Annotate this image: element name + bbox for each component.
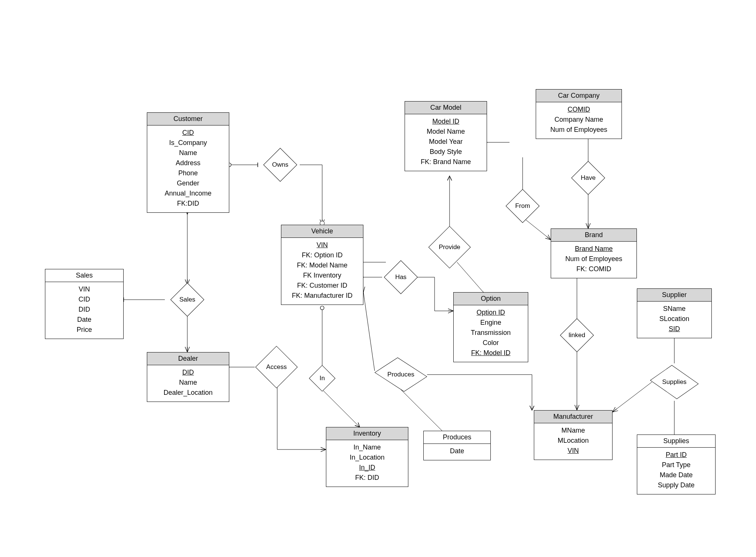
- attribute-row: Date: [47, 315, 122, 325]
- attribute-row: MLocation: [536, 436, 611, 446]
- entity-supplier[interactable]: Supplier SNameSLocationSID: [637, 288, 712, 338]
- entity-option[interactable]: Option Option IDEngineTransmissionColorF…: [453, 292, 528, 362]
- entity-manufacturer[interactable]: Manufacturer MNameMLocationVIN: [534, 410, 613, 460]
- svg-line-17: [523, 217, 551, 240]
- attribute-row: COMID: [538, 105, 620, 115]
- entity-title: Car Model: [405, 102, 487, 114]
- entity-body: DIDNameDealer_Location: [147, 365, 229, 402]
- entity-title: Inventory: [326, 427, 408, 440]
- rel-linked[interactable]: linked: [554, 324, 599, 346]
- rel-from[interactable]: From: [500, 195, 545, 217]
- entity-vehicle[interactable]: Vehicle VINFK: Option IDFK: Model NameFK…: [281, 225, 363, 305]
- entity-customer[interactable]: Customer CIDIs_CompanyNameAddressPhoneGe…: [147, 112, 229, 213]
- attribute-row: FK: Manufacturer ID: [283, 291, 362, 301]
- attribute-row: Made Date: [639, 470, 714, 480]
- entity-body: SNameSLocationSID: [637, 302, 711, 338]
- entity-title: Brand: [551, 229, 636, 242]
- attribute-row: Engine: [455, 318, 526, 328]
- entity-body: VINFK: Option IDFK: Model NameFK Invento…: [281, 238, 363, 305]
- entity-inventory[interactable]: Inventory In_NameIn_LocationIn_IDFK: DID: [326, 427, 408, 487]
- attribute-row: FK: Customer ID: [283, 281, 362, 291]
- entity-body: Date: [424, 444, 490, 460]
- attribute-row: FK: Model Name: [283, 260, 362, 270]
- attribute-row: FK: Brand Name: [406, 157, 485, 167]
- attribute-row: In_Name: [328, 442, 406, 452]
- rel-provide[interactable]: Provide: [427, 236, 472, 258]
- attribute-row: SID: [639, 324, 710, 334]
- entity-title: Vehicle: [281, 225, 363, 238]
- attribute-row: SName: [639, 304, 710, 314]
- attribute-row: Part ID: [639, 450, 714, 460]
- attribute-row: DID: [149, 367, 227, 378]
- attribute-row: Price: [47, 325, 122, 335]
- entity-car-company[interactable]: Car Company COMIDCompany NameNum of Empl…: [536, 89, 622, 139]
- entity-body: Part IDPart TypeMade DateSupply Date: [637, 448, 715, 494]
- attribute-row: Transmission: [455, 328, 526, 338]
- entity-produces-assoc[interactable]: Produces Date: [423, 431, 491, 460]
- attribute-row: Dealer_Location: [149, 388, 227, 398]
- attribute-row: Num of Employees: [553, 254, 635, 264]
- attribute-row: Body Style: [406, 147, 485, 157]
- attribute-row: Model Year: [406, 137, 485, 147]
- rel-owns[interactable]: Owns: [258, 154, 303, 176]
- entity-body: Model IDModel NameModel YearBody StyleFK…: [405, 114, 487, 171]
- entity-body: Option IDEngineTransmissionColorFK: Mode…: [454, 305, 528, 362]
- attribute-row: FK:DID: [149, 199, 227, 209]
- attribute-row: VIN: [47, 284, 122, 294]
- entity-brand[interactable]: Brand Brand NameNum of EmployeesFK: COMI…: [551, 228, 637, 278]
- attribute-row: FK: Option ID: [283, 250, 362, 260]
- svg-line-11: [363, 292, 375, 371]
- attribute-row: Annual_Income: [149, 188, 227, 199]
- rel-has[interactable]: Has: [378, 266, 423, 288]
- attribute-row: Brand Name: [553, 244, 635, 254]
- attribute-row: VIN: [536, 446, 611, 456]
- rel-access[interactable]: Access: [254, 356, 299, 378]
- attribute-row: SLocation: [639, 314, 710, 324]
- rel-supplies[interactable]: Supplies: [652, 371, 697, 393]
- attribute-row: FK: DID: [328, 473, 406, 483]
- attribute-row: CID: [149, 128, 227, 138]
- entity-dealer[interactable]: Dealer DIDNameDealer_Location: [147, 352, 229, 402]
- attribute-row: In_Location: [328, 452, 406, 463]
- entity-body: MNameMLocationVIN: [534, 423, 612, 460]
- entity-body: In_NameIn_LocationIn_IDFK: DID: [326, 440, 408, 487]
- rel-produces[interactable]: Produces: [371, 363, 431, 386]
- attribute-row: FK: COMID: [553, 264, 635, 274]
- entity-title: Option: [454, 293, 528, 305]
- attribute-row: Phone: [149, 168, 227, 178]
- attribute-row: DID: [47, 305, 122, 315]
- attribute-row: VIN: [283, 240, 362, 250]
- entity-sales-assoc[interactable]: Sales VINCIDDIDDatePrice: [45, 269, 124, 339]
- rel-in[interactable]: In: [300, 367, 345, 390]
- entity-title: Sales: [45, 269, 123, 282]
- entity-title: Manufacturer: [534, 411, 612, 423]
- attribute-row: Color: [455, 338, 526, 348]
- entity-body: Brand NameNum of EmployeesFK: COMID: [551, 242, 636, 278]
- entity-title: Produces: [424, 431, 490, 444]
- entity-title: Dealer: [147, 352, 229, 365]
- svg-line-12: [401, 390, 442, 431]
- attribute-row: Part Type: [639, 460, 714, 470]
- attribute-row: Name: [149, 148, 227, 158]
- entity-supplies-assoc[interactable]: Supplies Part IDPart TypeMade DateSupply…: [637, 435, 716, 494]
- rel-sales[interactable]: Sales: [165, 288, 210, 311]
- entity-car-model[interactable]: Car Model Model IDModel NameModel YearBo…: [405, 101, 487, 171]
- attribute-row: Gender: [149, 178, 227, 188]
- attribute-row: MName: [536, 426, 611, 436]
- attribute-row: Date: [425, 446, 489, 456]
- entity-title: Supplier: [637, 289, 711, 302]
- attribute-row: Option ID: [455, 308, 526, 318]
- attribute-row: Company Name: [538, 115, 620, 125]
- entity-body: VINCIDDIDDatePrice: [45, 282, 123, 339]
- attribute-row: In_ID: [328, 463, 406, 473]
- svg-line-8: [322, 390, 360, 427]
- attribute-row: Is_Company: [149, 138, 227, 148]
- attribute-row: FK: Model ID: [455, 348, 526, 358]
- entity-title: Car Company: [536, 90, 622, 102]
- attribute-row: Name: [149, 378, 227, 388]
- svg-line-23: [613, 382, 652, 412]
- rel-have[interactable]: Have: [566, 167, 611, 189]
- attribute-row: Address: [149, 158, 227, 168]
- entity-body: COMIDCompany NameNum of Employees: [536, 102, 622, 139]
- attribute-row: FK Inventory: [283, 270, 362, 281]
